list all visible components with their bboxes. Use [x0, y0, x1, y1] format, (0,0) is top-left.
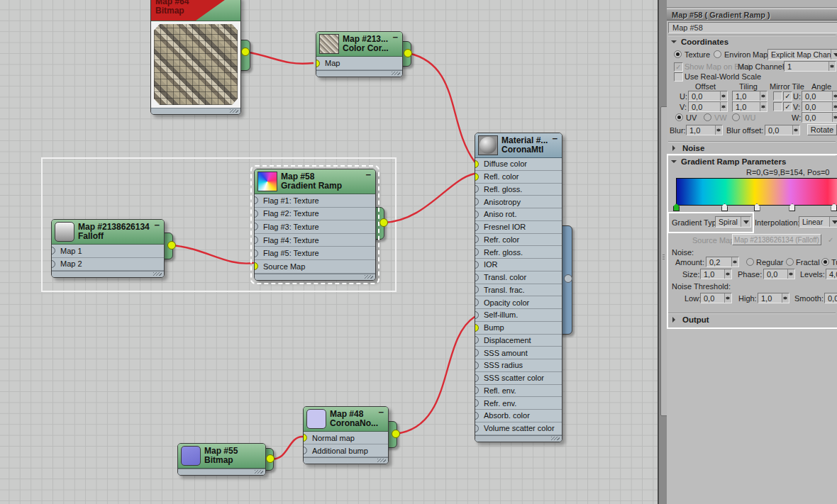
panel-title-bar[interactable]: Map #58 ( Gradient Ramp )	[667, 9, 837, 21]
tile-v-checkbox[interactable]: ✓	[783, 102, 792, 111]
node-slot[interactable]: Normal map	[304, 432, 388, 444]
collapse-icon[interactable]: −	[552, 135, 558, 143]
angle-v-spinner[interactable]: 0,0	[802, 101, 837, 112]
rollout-gradient-ramp-parameters[interactable]: Gradient Ramp Parameters	[668, 155, 836, 167]
output-socket[interactable]	[392, 430, 400, 438]
node-slot[interactable]: Source Map	[255, 260, 375, 274]
node-colorcorrection[interactable]: Map #213... Color Cor... − Map	[316, 31, 403, 77]
interpolation-dropdown[interactable]: Linear	[799, 216, 837, 228]
offset-v-spinner[interactable]: 0,0	[688, 101, 728, 112]
node-footer[interactable]	[316, 70, 402, 77]
node-slot[interactable]: Transl. frac.	[475, 284, 562, 297]
node-footer[interactable]	[52, 271, 164, 277]
node-slot[interactable]: SSS scatter color	[475, 372, 562, 385]
spinner-arrows-icon[interactable]	[782, 293, 789, 303]
gradient-type-dropdown[interactable]: Spiral	[715, 216, 751, 228]
node-slot[interactable]: Flag #4: Texture	[255, 234, 375, 247]
collapse-icon[interactable]: −	[378, 408, 384, 417]
blur-spinner[interactable]: 1,0	[686, 125, 723, 135]
source-map-button[interactable]: Map #2138626134 (Falloff)	[732, 234, 821, 245]
map-channel-spinner[interactable]: 1	[784, 61, 836, 72]
node-header[interactable]: Map #64 Bitmap	[151, 0, 240, 21]
dropdown-arrow-icon[interactable]	[741, 217, 750, 227]
collapse-icon[interactable]: −	[365, 171, 371, 179]
node-slot[interactable]: Volume scatter color	[475, 422, 562, 435]
material-output-socket[interactable]	[564, 274, 572, 283]
output-socket[interactable]	[167, 241, 176, 250]
node-slot[interactable]: Flag #3: Texture	[255, 220, 375, 234]
node-slot[interactable]: Diffuse color	[475, 158, 562, 171]
node-header[interactable]: Map #213... Color Cor... −	[316, 32, 402, 57]
spinner-arrows-icon[interactable]	[720, 91, 727, 101]
node-slot[interactable]: Flag #5: Texture	[255, 247, 375, 260]
node-slot[interactable]: Flag #2: Texture	[255, 208, 375, 221]
spinner-arrows-icon[interactable]	[731, 257, 738, 267]
tiling-v-spinner[interactable]: 1,0	[732, 101, 767, 112]
spinner-arrows-icon[interactable]	[724, 293, 731, 303]
node-slot[interactable]: Bump	[475, 322, 562, 335]
node-slot[interactable]: Refl. color	[475, 171, 562, 184]
node-slot[interactable]: Refr. gloss.	[475, 246, 562, 259]
node-slot[interactable]: Map 2	[52, 258, 164, 271]
rollout-coordinates[interactable]: Coordinates	[668, 35, 836, 47]
smooth-spinner[interactable]: 0,0	[824, 293, 837, 303]
node-view-canvas[interactable]: Map #64 Bitmap Map #213...	[0, 0, 658, 504]
node-slot[interactable]: SSS radius	[475, 359, 562, 372]
node-gradientramp[interactable]: Map #58 Gradient Ramp − Flag #1: Texture…	[254, 169, 376, 281]
wu-radio[interactable]	[732, 113, 740, 121]
angle-u-spinner[interactable]: 0,0	[802, 91, 837, 101]
node-slot[interactable]: Displacement	[475, 335, 562, 347]
mirror-v-checkbox[interactable]	[773, 102, 782, 111]
spinner-arrows-icon[interactable]	[724, 269, 731, 279]
node-footer[interactable]	[304, 457, 388, 464]
fractal-radio[interactable]	[786, 258, 794, 266]
node-footer[interactable]	[151, 108, 240, 114]
node-header[interactable]: Map #55 Bitmap	[178, 444, 265, 469]
spinner-arrows-icon[interactable]	[828, 62, 836, 71]
node-slot[interactable]: Absorb. color	[475, 410, 562, 422]
node-coronanormal[interactable]: Map #48 CoronaNo... − Normal mapAddition…	[303, 406, 389, 464]
node-bitmap55[interactable]: Map #55 Bitmap	[177, 443, 266, 476]
environ-radio[interactable]	[714, 50, 721, 58]
blur-offset-spinner[interactable]: 0,0	[765, 125, 800, 135]
output-socket[interactable]	[266, 454, 275, 463]
levels-spinner[interactable]: 4,0	[826, 269, 837, 279]
output-socket[interactable]	[379, 218, 388, 227]
texture-radio[interactable]	[674, 50, 682, 58]
node-slot[interactable]: Flag #1: Texture	[255, 194, 375, 208]
vw-radio[interactable]	[704, 113, 711, 121]
spinner-arrows-icon[interactable]	[832, 91, 837, 101]
output-socket[interactable]	[241, 47, 250, 56]
spinner-arrows-icon[interactable]	[760, 102, 767, 111]
texture-preview[interactable]	[151, 21, 240, 108]
spinner-arrows-icon[interactable]	[787, 269, 794, 279]
spinner-arrows-icon[interactable]	[720, 102, 727, 111]
spinner-arrows-icon[interactable]	[715, 125, 722, 135]
material-name-field[interactable]: Map #58	[668, 22, 837, 33]
node-coronamtl[interactable]: Material #... CoronaMtl − Diffuse colorR…	[475, 133, 562, 442]
spinner-arrows-icon[interactable]	[832, 102, 837, 111]
rollout-noise[interactable]: Noise	[668, 142, 836, 153]
spinner-arrows-icon[interactable]	[832, 113, 837, 122]
node-bitmap64[interactable]: Map #64 Bitmap	[150, 0, 241, 115]
node-header[interactable]: Material #... CoronaMtl −	[475, 133, 562, 158]
collapse-icon[interactable]: −	[392, 33, 398, 42]
node-slot[interactable]: Fresnel IOR	[475, 221, 562, 234]
node-slot[interactable]: Anisotropy	[475, 196, 562, 208]
node-header[interactable]: Map #58 Gradient Ramp −	[255, 169, 375, 194]
low-spinner[interactable]: 0,0	[700, 293, 732, 303]
node-footer[interactable]	[475, 435, 562, 442]
show-map-on-back-checkbox[interactable]: ✓	[674, 62, 683, 72]
node-slot[interactable]: Transl. color	[475, 271, 562, 284]
node-slot[interactable]: Map 1	[52, 245, 164, 258]
node-header[interactable]: Map #2138626134 Falloff −	[52, 220, 164, 245]
node-slot[interactable]: Refl. env.	[475, 385, 562, 398]
node-slot[interactable]: Opacity color	[475, 296, 562, 309]
node-slot[interactable]: IOR	[475, 259, 562, 271]
amount-spinner[interactable]: 0,2	[706, 257, 739, 267]
node-header[interactable]: Map #48 CoronaNo... −	[304, 407, 388, 432]
node-slot[interactable]: Refr. env.	[475, 397, 562, 410]
uv-radio[interactable]	[675, 113, 683, 121]
output-socket[interactable]	[404, 49, 412, 57]
mirror-u-checkbox[interactable]	[773, 91, 782, 101]
